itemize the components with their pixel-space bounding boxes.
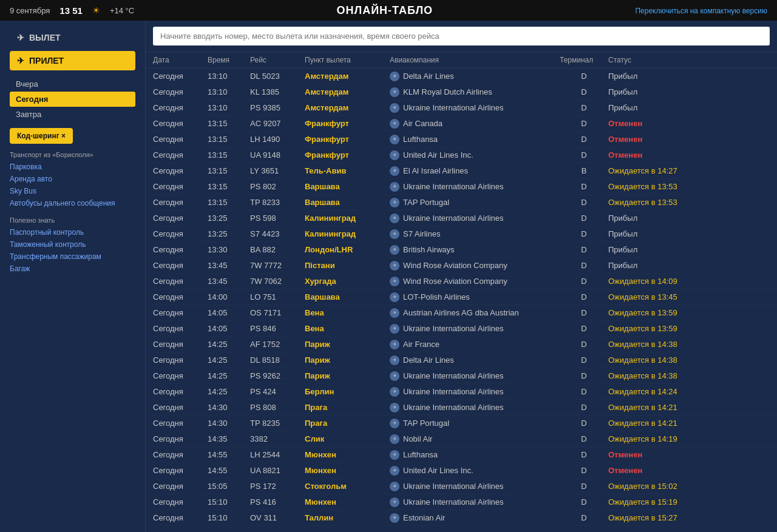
cell-dest[interactable]: Пістани bbox=[305, 261, 390, 270]
sidebar-link-baggage[interactable]: Багаж bbox=[10, 263, 135, 275]
cell-status: Ожидается в 14:27 bbox=[608, 166, 681, 175]
sidebar-link-transfer[interactable]: Трансферным пассажирам bbox=[10, 251, 135, 263]
table-row[interactable]: Сегодня 14:55 LH 2544 Мюнхен ✈ Lufthansa… bbox=[146, 447, 777, 463]
cell-time: 14:30 bbox=[208, 419, 250, 428]
airline-icon: ✈ bbox=[390, 182, 399, 192]
table-row[interactable]: Сегодня 13:15 LH 1490 Франкфурт ✈ Luftha… bbox=[146, 132, 777, 147]
cell-dest[interactable]: Варшава bbox=[305, 182, 390, 191]
cell-dest[interactable]: Париж bbox=[305, 340, 390, 349]
cell-dest[interactable]: Тель-Авив bbox=[305, 166, 390, 175]
table-row[interactable]: Сегодня 14:25 AF 1752 Париж ✈ Air France… bbox=[146, 337, 777, 352]
departure-button[interactable]: ✈ ВЫЛЕТ bbox=[10, 28, 135, 47]
cell-dest[interactable]: Лондон/LHR bbox=[305, 245, 390, 254]
table-row[interactable]: Сегодня 13:15 UA 9148 Франкфурт ✈ United… bbox=[146, 147, 777, 163]
cell-dest[interactable]: Париж bbox=[305, 355, 390, 365]
table-row[interactable]: Сегодня 13:15 PS 802 Варшава ✈ Ukraine I… bbox=[146, 179, 777, 195]
cell-dest[interactable]: Мюнхен bbox=[305, 497, 390, 507]
table-row[interactable]: Сегодня 14:00 LO 751 Варшава ✈ LOT-Polis… bbox=[146, 289, 777, 305]
cell-time: 13:25 bbox=[208, 229, 250, 238]
cell-dest[interactable]: Вена bbox=[305, 308, 390, 317]
airline-name: Delta Air Lines bbox=[403, 355, 454, 365]
cell-time: 15:05 bbox=[208, 482, 250, 491]
cell-terminal: D bbox=[560, 229, 608, 238]
date-today[interactable]: Сегодня bbox=[10, 92, 135, 107]
table-row[interactable]: Сегодня 13:25 S7 4423 Калининград ✈ S7 A… bbox=[146, 226, 777, 242]
cell-status: Ожидается в 14:19 bbox=[608, 434, 681, 443]
cell-dest[interactable]: Франкфурт bbox=[305, 150, 390, 160]
cell-terminal: D bbox=[560, 308, 608, 317]
cell-dest[interactable]: Варшава bbox=[305, 198, 390, 207]
table-row[interactable]: Сегодня 14:05 PS 846 Вена ✈ Ukraine Inte… bbox=[146, 321, 777, 337]
cell-dest[interactable]: Амстердам bbox=[305, 87, 390, 96]
cell-dest[interactable]: Мюнхен bbox=[305, 450, 390, 459]
table-row[interactable]: Сегодня 13:10 KL 1385 Амстердам ✈ KLM Ro… bbox=[146, 84, 777, 100]
airline-name: Austrian Airlines AG dba Austrian bbox=[403, 308, 519, 317]
compact-version-link[interactable]: Переключиться на компактную версию bbox=[635, 7, 767, 15]
cell-dest[interactable]: Амстердам bbox=[305, 72, 390, 81]
table-row[interactable]: Сегодня 14:05 OS 7171 Вена ✈ Austrian Ai… bbox=[146, 305, 777, 321]
cell-status: Отменен bbox=[608, 135, 681, 144]
date-yesterday[interactable]: Вчера bbox=[10, 76, 135, 92]
cell-dest[interactable]: Калининград bbox=[305, 214, 390, 223]
sidebar-link-passport[interactable]: Паспортный контроль bbox=[10, 226, 135, 238]
col-header-status: Статус bbox=[608, 56, 681, 64]
codeshare-button[interactable]: Код-шеринг × bbox=[10, 128, 73, 144]
table-row[interactable]: Сегодня 13:15 TP 8233 Варшава ✈ TAP Port… bbox=[146, 195, 777, 210]
table-row[interactable]: Сегодня 13:15 LY 3651 Тель-Авив ✈ El Al … bbox=[146, 163, 777, 179]
cell-dest[interactable]: Хургада bbox=[305, 277, 390, 286]
table-row[interactable]: Сегодня 15:05 PS 172 Стокгольм ✈ Ukraine… bbox=[146, 479, 777, 494]
table-row[interactable]: Сегодня 14:25 PS 424 Берлин ✈ Ukraine In… bbox=[146, 384, 777, 400]
cell-status: Ожидается в 15:02 bbox=[608, 482, 681, 491]
cell-dest[interactable]: Мюнхен bbox=[305, 466, 390, 475]
arrival-button[interactable]: ✈ ПРИЛЕТ bbox=[10, 51, 135, 70]
cell-dest[interactable]: Слик bbox=[305, 434, 390, 443]
cell-dest[interactable]: Берлин bbox=[305, 387, 390, 396]
cell-time: 14:35 bbox=[208, 434, 250, 443]
table-row[interactable]: Сегодня 14:30 TP 8235 Прага ✈ TAP Portug… bbox=[146, 416, 777, 431]
table-row[interactable]: Сегодня 14:55 UA 8821 Мюнхен ✈ United Ai… bbox=[146, 463, 777, 479]
cell-dest[interactable]: Амстердам bbox=[305, 103, 390, 112]
cell-dest[interactable]: Таллин bbox=[305, 513, 390, 522]
table-row[interactable]: Сегодня 15:10 OV 311 Таллин ✈ Estonian A… bbox=[146, 510, 777, 526]
sidebar-link-buses[interactable]: Автобусы дальнего сообщения bbox=[10, 197, 135, 209]
sidebar-link-parking[interactable]: Парковка bbox=[10, 161, 135, 173]
table-row[interactable]: Сегодня 15:10 PS 416 Мюнхен ✈ Ukraine In… bbox=[146, 494, 777, 510]
codeshare-label: Код-шеринг × bbox=[17, 132, 66, 140]
cell-time: 14:25 bbox=[208, 371, 250, 380]
table-row[interactable]: Сегодня 14:30 PS 808 Прага ✈ Ukraine Int… bbox=[146, 400, 777, 416]
cell-dest[interactable]: Франкфурт bbox=[305, 135, 390, 144]
table-row[interactable]: Сегодня 13:25 PS 598 Калининград ✈ Ukrai… bbox=[146, 210, 777, 226]
main-layout: ✈ ВЫЛЕТ ✈ ПРИЛЕТ Вчера Сегодня Завтра Ко… bbox=[0, 21, 777, 532]
cell-terminal: D bbox=[560, 245, 608, 254]
airline-icon: ✈ bbox=[390, 513, 399, 523]
cell-dest[interactable]: Калининград bbox=[305, 229, 390, 238]
sidebar-link-rental[interactable]: Аренда авто bbox=[10, 173, 135, 185]
cell-dest[interactable]: Париж bbox=[305, 371, 390, 380]
airline-icon: ✈ bbox=[390, 119, 399, 129]
date-tomorrow[interactable]: Завтра bbox=[10, 107, 135, 122]
table-row[interactable]: Сегодня 14:25 DL 8518 Париж ✈ Delta Air … bbox=[146, 352, 777, 368]
search-input[interactable] bbox=[153, 27, 770, 45]
cell-airline: ✈ Ukraine International Airlines bbox=[390, 482, 560, 491]
cell-dest[interactable]: Вена bbox=[305, 324, 390, 333]
sidebar-link-customs[interactable]: Таможенный контроль bbox=[10, 238, 135, 251]
cell-dest[interactable]: Варшава bbox=[305, 292, 390, 301]
table-row[interactable]: Сегодня 14:35 3382 Слик ✈ Nobil Air D Ож… bbox=[146, 431, 777, 447]
table-row[interactable]: Сегодня 13:10 DL 5023 Амстердам ✈ Delta … bbox=[146, 69, 777, 84]
table-row[interactable]: Сегодня 14:25 PS 9262 Париж ✈ Ukraine In… bbox=[146, 368, 777, 384]
cell-dest[interactable]: Прага bbox=[305, 403, 390, 412]
airline-name: Ukraine International Airlines bbox=[403, 371, 503, 380]
cell-dest[interactable]: Франкфурт bbox=[305, 119, 390, 128]
table-row[interactable]: Сегодня 13:10 PS 9385 Амстердам ✈ Ukrain… bbox=[146, 100, 777, 116]
cell-date: Сегодня bbox=[153, 324, 208, 333]
table-row[interactable]: Сегодня 13:45 7W 7772 Пістани ✈ Wind Ros… bbox=[146, 258, 777, 274]
cell-airline: ✈ Air Canada bbox=[390, 119, 560, 129]
table-row[interactable]: Сегодня 13:30 BA 882 Лондон/LHR ✈ Britis… bbox=[146, 242, 777, 258]
cell-dest[interactable]: Прага bbox=[305, 419, 390, 428]
content-area: Дата Время Рейс Пункт вылета Авиакомпани… bbox=[146, 21, 777, 532]
sidebar-link-skybus[interactable]: Sky Bus bbox=[10, 185, 135, 197]
table-row[interactable]: Сегодня 13:15 AC 9207 Франкфурт ✈ Air Ca… bbox=[146, 116, 777, 132]
cell-dest[interactable]: Стокгольм bbox=[305, 482, 390, 491]
table-row[interactable]: Сегодня 13:45 7W 7062 Хургада ✈ Wind Ros… bbox=[146, 274, 777, 289]
airline-name: Lufthansa bbox=[403, 135, 438, 144]
